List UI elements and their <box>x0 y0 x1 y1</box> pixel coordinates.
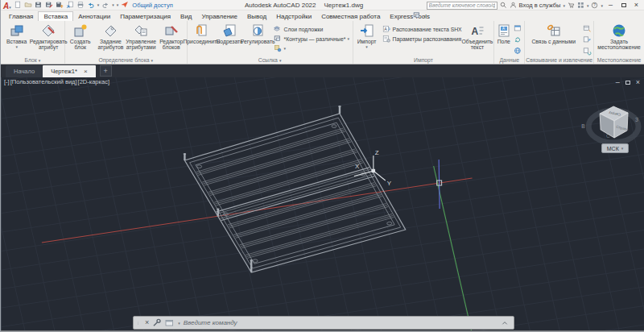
tab-annotate[interactable]: Аннотации <box>73 12 115 21</box>
compass-east-label[interactable]: В <box>581 123 584 129</box>
window-minimize-button[interactable]: – <box>605 1 616 10</box>
qat-customize-button[interactable]: ▾ <box>117 2 119 7</box>
chevron-down-icon[interactable]: ▾ <box>587 3 589 8</box>
svg-text:A: A <box>471 26 478 37</box>
chevron-down-icon: ▾ <box>284 46 287 51</box>
tab-express-tools[interactable]: Express Tools <box>385 12 435 21</box>
cart-icon[interactable] <box>568 2 575 9</box>
help-icon[interactable]: ? <box>591 2 598 9</box>
undo-dropdown-icon[interactable]: ▾ <box>97 2 100 7</box>
panel-title-location[interactable]: Местоположение <box>594 56 644 64</box>
doc-close-button[interactable]: × <box>636 78 640 86</box>
tab-manage[interactable]: Управление <box>197 12 242 21</box>
snap-underlay-dropdown[interactable]: ▾ <box>274 44 351 53</box>
wcs-dropdown-button[interactable]: МСК ▾ <box>601 143 629 153</box>
save-web-icon[interactable] <box>56 1 64 9</box>
clip-button[interactable]: Подрезать <box>216 22 244 57</box>
tab-start[interactable]: Начало <box>6 65 43 77</box>
label: Чертеж1* <box>51 68 77 75</box>
sign-in-button[interactable]: Вход в службы <box>519 2 561 9</box>
tab-view[interactable]: Вид <box>175 12 196 21</box>
redo-icon[interactable] <box>101 1 109 9</box>
tab-parametric[interactable]: Параметризация <box>115 12 175 21</box>
window-close-button[interactable]: × <box>631 1 642 10</box>
tab-drawing1[interactable]: Чертеж1* × <box>43 65 95 77</box>
data-link-button[interactable]: Связь с данными <box>525 22 582 57</box>
share-button[interactable]: Общий доступ <box>132 2 172 9</box>
tab-addins[interactable]: Надстройки <box>271 12 316 21</box>
panel-title-reference[interactable]: Ссылка▾ <box>188 56 353 64</box>
tab-collaborate[interactable]: Совместная работа <box>316 12 385 21</box>
set-location-button[interactable]: Задать местоположение <box>594 22 644 57</box>
ucs-y-label: Y <box>387 180 392 187</box>
save-as-icon[interactable] <box>45 1 53 9</box>
compass-west-label[interactable]: З <box>635 117 638 122</box>
open-web-icon[interactable] <box>66 1 74 9</box>
plot-icon[interactable] <box>76 1 85 9</box>
hyperlink-icon[interactable] <box>514 47 522 56</box>
combine-text-icon: A <box>470 23 485 38</box>
command-input[interactable]: Введите команду <box>184 319 497 326</box>
undo-icon[interactable] <box>87 1 95 9</box>
search-icon[interactable] <box>500 2 507 9</box>
panel-title-data[interactable]: Данные <box>494 56 524 64</box>
viewport-view-menu[interactable]: [Пользовательский вид] <box>10 78 77 85</box>
panel-title-import[interactable]: Импорт <box>353 56 494 64</box>
viewport-controls-menu[interactable]: [-] <box>4 78 10 85</box>
combine-text-button[interactable]: A Объединить текст <box>461 22 494 57</box>
update-field-icon[interactable] <box>514 35 522 44</box>
panel-title-block-definition[interactable]: Определение блока▾ <box>65 56 187 64</box>
shx-recognition-button[interactable]: A Распознавание текста SHX <box>382 24 460 34</box>
save-icon[interactable] <box>35 1 43 9</box>
user-icon[interactable] <box>510 2 517 9</box>
recognition-settings-button[interactable]: Параметры распознавания <box>382 34 460 44</box>
underlay-layers-button[interactable]: Слои подложки <box>274 24 351 34</box>
new-tab-button[interactable]: + <box>100 65 112 77</box>
create-block-button[interactable]: Создать блок <box>65 22 96 57</box>
new-icon[interactable] <box>14 1 22 9</box>
chevron-down-icon[interactable]: ▾ <box>601 3 603 8</box>
panel-title-linking[interactable]: Связывание и извлечение <box>525 56 593 64</box>
apps-icon[interactable] <box>577 2 584 9</box>
open-icon[interactable] <box>24 1 32 9</box>
viewcube[interactable]: В З С Сверху Справа <box>581 106 638 143</box>
import-button[interactable]: Импорт ▾ <box>353 22 381 57</box>
tab-insert[interactable]: Вставка <box>38 11 73 21</box>
command-line[interactable]: × ▾ Введите команду <box>133 316 514 330</box>
label: Управление атрибутами <box>126 39 156 50</box>
extract-data-icon[interactable] <box>583 24 592 33</box>
customize-icon[interactable] <box>152 318 162 328</box>
scene-svg[interactable]: Z X Y В З С Сверху Справа <box>2 77 644 330</box>
doc-minimize-button[interactable]: – <box>616 78 620 86</box>
search-input[interactable] <box>427 2 497 10</box>
chevron-down-icon[interactable]: ▾ <box>563 3 565 8</box>
ribbon-display-button[interactable]: ▾ <box>413 11 426 20</box>
chevron-down-icon[interactable]: ▾ <box>178 321 180 326</box>
block-editor-button[interactable]: Редактор блоков <box>156 22 187 57</box>
tab-home[interactable]: Главная <box>4 12 38 21</box>
define-attributes-button[interactable]: Задание атрибутов <box>96 22 126 57</box>
collapse-icon[interactable] <box>500 318 510 328</box>
panel-title-block[interactable]: Блок▾ <box>1 56 64 64</box>
manage-attributes-button[interactable]: Управление атрибутами <box>126 22 156 57</box>
command-close-button[interactable]: × <box>145 319 149 326</box>
doc-restore-button[interactable] <box>625 81 630 85</box>
close-icon[interactable]: × <box>84 68 88 75</box>
field-button[interactable]: A Поле <box>494 22 513 57</box>
drawing-canvas[interactable]: Z X Y В З С Сверху Справа [-] [Пользоват… <box>1 77 644 330</box>
tab-output[interactable]: Вывод <box>242 12 271 21</box>
attach-button[interactable]: Присоединить <box>188 22 216 57</box>
update-extract-icon[interactable] <box>583 47 592 56</box>
edit-attribute-button[interactable]: Редактировать атрибут <box>32 22 64 57</box>
svg-text:A: A <box>502 27 505 31</box>
write-data-icon[interactable] <box>583 35 592 44</box>
ole-icon[interactable] <box>514 24 522 33</box>
grip-icon[interactable] <box>138 317 142 329</box>
frames-dropdown[interactable]: *Контуры — различные* ▾ <box>274 34 351 44</box>
insert-block-button[interactable]: Вставка ▾ <box>1 22 32 57</box>
window-maximize-button[interactable] <box>618 1 629 10</box>
shx-text-icon: A <box>382 25 391 34</box>
redo-dropdown-icon[interactable]: ▾ <box>112 2 114 7</box>
adjust-button[interactable]: Регулировать <box>244 22 272 57</box>
viewport-visual-style-menu[interactable]: [2D-каркас] <box>78 78 109 85</box>
